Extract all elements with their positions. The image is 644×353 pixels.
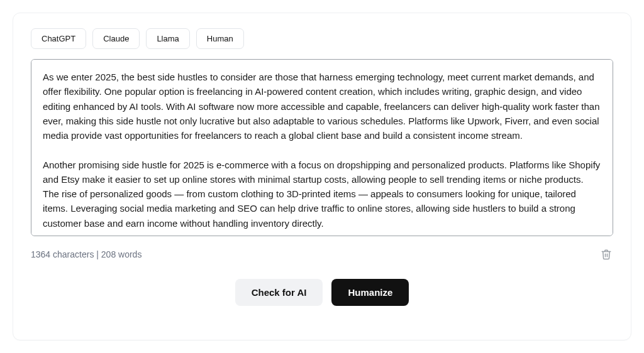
- check-for-ai-button[interactable]: Check for AI: [235, 279, 323, 306]
- humanize-button[interactable]: Humanize: [331, 279, 409, 306]
- trash-icon: [601, 249, 612, 260]
- tab-claude[interactable]: Claude: [92, 28, 140, 49]
- char-word-count: 1364 characters | 208 words: [31, 249, 142, 259]
- text-input-wrap: [31, 59, 613, 239]
- content-textarea[interactable]: [31, 59, 613, 236]
- tab-chatgpt[interactable]: ChatGPT: [31, 28, 86, 49]
- editor-card: ChatGPT Claude Llama Human 1364 characte…: [13, 13, 631, 340]
- delete-button[interactable]: [599, 247, 613, 261]
- tab-llama[interactable]: Llama: [146, 28, 189, 49]
- tab-human[interactable]: Human: [196, 28, 244, 49]
- meta-row: 1364 characters | 208 words: [31, 247, 613, 261]
- model-tabs: ChatGPT Claude Llama Human: [31, 28, 613, 49]
- action-buttons: Check for AI Humanize: [31, 279, 613, 306]
